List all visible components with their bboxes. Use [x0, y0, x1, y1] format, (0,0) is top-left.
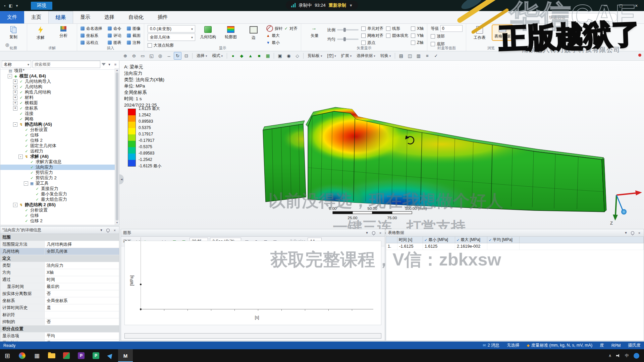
insert-item[interactable]: 注释	[127, 39, 141, 46]
volume-icon[interactable]	[616, 354, 620, 357]
tree-item[interactable]: ✓ 法向应力	[0, 165, 115, 170]
tree-item[interactable]: ✓ 剪切应力	[0, 170, 115, 175]
tabular-column-header[interactable]: 最大 [MPa]	[455, 237, 487, 243]
analyze-button[interactable]: 分析	[53, 25, 73, 40]
details-row[interactable]: 显示选项 平均	[0, 333, 119, 340]
tree-expander[interactable]: -	[8, 74, 12, 78]
panel-menu-caret-icon[interactable]: ▾	[624, 231, 628, 235]
tree-item[interactable]: - ◈ 模型 (A4, B4)	[0, 73, 115, 79]
purple-p-app-button[interactable]: P	[74, 349, 89, 362]
screen-record-pill[interactable]: 录制中 93:24 重新录制 ▼	[286, 1, 358, 10]
insert-item[interactable]: 命令	[108, 25, 121, 32]
ribbon-tab[interactable]: 自动化	[121, 11, 151, 23]
filter-name-select[interactable]: 名称	[2, 61, 31, 68]
tree-expander[interactable]: +	[13, 90, 17, 95]
iso-top-button[interactable]: 顶部	[431, 33, 463, 40]
tree-item[interactable]: ✓ 求解方案信息	[0, 159, 115, 165]
tree-item[interactable]: ✓ 连接	[0, 111, 115, 116]
tree-item[interactable]: ✓ 固定主几何体	[0, 143, 115, 148]
tree-expander[interactable]: -	[13, 122, 17, 127]
result-chart[interactable]	[124, 241, 381, 325]
tree-item[interactable]: ✓ 位移 2	[0, 218, 115, 224]
beam-model[interactable]: 0.00 50.00 100.00 (mm) 25.00 75.00 Z	[119, 60, 644, 229]
tree-item[interactable]: + ✓ 几何结构导入	[0, 79, 115, 84]
ribbon-tab[interactable]: 显示	[73, 11, 97, 23]
details-row[interactable]: 积分点位置	[0, 325, 119, 333]
details-row[interactable]: 范围	[0, 234, 119, 241]
insert-item[interactable]: 图像	[127, 25, 141, 32]
tag-icon[interactable]: ◫	[406, 52, 414, 60]
details-row[interactable]: 方向 X轴	[0, 269, 119, 276]
axis-triad[interactable]: Z	[610, 190, 642, 226]
tabular-column-header[interactable]: 平均 [MPa]	[487, 237, 520, 243]
scale-slider[interactable]	[337, 29, 359, 31]
details-row[interactable]: 定义	[0, 255, 119, 262]
zoom-out-icon[interactable]: ⊖	[130, 52, 138, 60]
tree-item[interactable]: - ↯ 求解 (A6)	[0, 154, 115, 159]
tree-item[interactable]: - ↯ 静态结构 2 (B5)	[0, 202, 115, 207]
mechanical-app-button[interactable]: M	[118, 349, 133, 362]
tree-item[interactable]: ✓ 分析设置	[0, 127, 115, 132]
axis-option[interactable]: Y轴	[411, 32, 424, 39]
filter-funnel-icon[interactable]	[102, 63, 106, 66]
tabular-data-button[interactable]: 表格数据	[492, 25, 513, 40]
tree-item[interactable]: - ↯ 静态结构 (A5)	[0, 122, 115, 127]
customize-caret-icon[interactable]: ▾	[16, 3, 18, 8]
tree-expander[interactable]: +	[13, 85, 17, 89]
units-indicator[interactable]: ◆度量标准 (mm, kg, N, s, mV, mA)	[527, 343, 593, 348]
panel-menu-caret-icon[interactable]: ▾	[99, 228, 104, 233]
axis-option[interactable]: X轴	[411, 25, 424, 32]
details-row[interactable]: 几何结构 全部几何体	[0, 248, 119, 255]
tree-expander[interactable]: +	[13, 101, 17, 105]
maximize-button[interactable]: □	[613, 0, 629, 11]
deformation-scale-select[interactable]: 0.0 (未变形)	[148, 25, 195, 33]
scoping-select[interactable]: 全部几何体	[148, 34, 195, 41]
browser-app-button[interactable]	[15, 349, 30, 362]
select-menu[interactable]: 选择	[195, 52, 209, 59]
geometry-display-button[interactable]: 几何结构	[198, 25, 218, 41]
panel-menu-caret-icon[interactable]: ▾	[365, 231, 369, 235]
details-row[interactable]: 计算时间历史 是	[0, 304, 119, 311]
tree-item[interactable]: + ✓ 坐标系	[0, 106, 115, 111]
convert-menu[interactable]: 转换	[378, 52, 393, 59]
vertex-filter-icon[interactable]: ●	[229, 52, 237, 60]
max-label-button[interactable]: ▲最大	[266, 32, 298, 39]
green-p-app-button[interactable]: P	[89, 349, 103, 362]
record-menu-caret-icon[interactable]: ▼	[349, 3, 353, 7]
pin-icon[interactable]	[630, 231, 635, 235]
tree-item[interactable]: ✓ 分析设置	[0, 207, 115, 213]
insert-item[interactable]: 图表	[108, 39, 121, 46]
tree-item[interactable]: ✓ 剪切应力 2	[0, 175, 115, 181]
minimize-button[interactable]: ─	[598, 0, 613, 11]
insert-item[interactable]: 坐标系	[80, 32, 102, 39]
close-icon[interactable]: ×	[378, 231, 383, 235]
tree-scrollbar[interactable]: ▲▼	[115, 68, 119, 225]
extend-menu[interactable]: 扩展	[339, 52, 354, 59]
tree-expander[interactable]: +	[13, 96, 17, 100]
tray-app-icon[interactable]	[634, 353, 639, 359]
magnifier-icon[interactable]: ◎	[156, 52, 164, 60]
tree-item[interactable]: ✓ 位移 2	[0, 138, 115, 143]
tabular-column-header[interactable]: 最小 [MPa]	[423, 237, 455, 243]
ribbon-tab[interactable]: 选择	[97, 11, 121, 23]
vector-option[interactable]: 固体填充	[386, 32, 408, 39]
zoom-in-icon[interactable]: ⊕	[121, 52, 129, 60]
widgets-app-button[interactable]: ▦	[30, 349, 44, 362]
feather-app-button[interactable]	[103, 349, 118, 362]
details-row[interactable]: 显示时间 最后的	[0, 283, 119, 290]
filter-caret-icon[interactable]: ▾	[107, 62, 112, 67]
tree-item[interactable]: ✓ 网格	[0, 116, 115, 122]
angle-unit[interactable]: 度	[600, 343, 604, 348]
tree-item[interactable]: ✓ 位移	[0, 213, 115, 218]
close-icon[interactable]: ×	[637, 231, 642, 235]
details-row[interactable]: 标识符	[0, 311, 119, 318]
check-icon[interactable]: ✓	[432, 52, 440, 60]
tree-item[interactable]: + ✓ 构造几何结构	[0, 89, 115, 95]
rotate-icon[interactable]: ↻	[174, 52, 181, 60]
body-filter-icon[interactable]: ■	[255, 52, 263, 60]
highlight-icon[interactable]: ◉	[285, 52, 292, 60]
look-at-icon[interactable]: ⊡	[182, 52, 190, 60]
workbench-app-button[interactable]	[59, 349, 74, 362]
ime-indicator[interactable]: 中	[625, 353, 629, 359]
snapshot-icon[interactable]: ▤	[397, 52, 405, 60]
